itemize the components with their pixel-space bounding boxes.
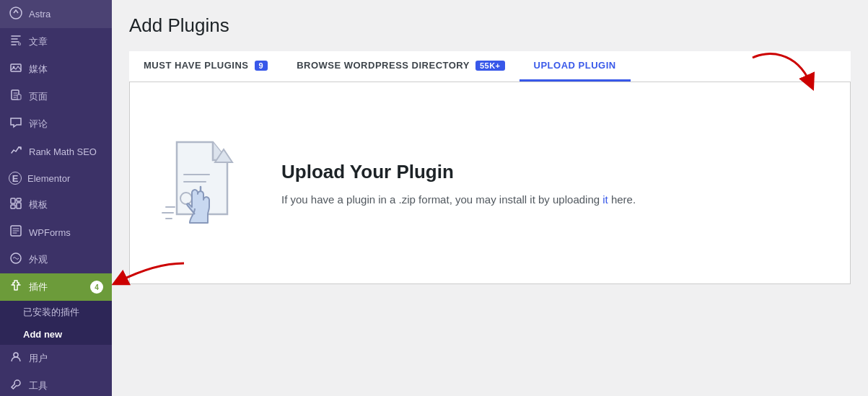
upload-text-area: Upload Your Plugin If you have a plugin …: [281, 161, 636, 206]
main-content: Add Plugins MUST HAVE PLUGINS 9 BROWSE W…: [112, 0, 868, 299]
sidebar-item-label: 媒体: [29, 63, 103, 76]
tab-must-have-badge: 9: [255, 61, 268, 71]
templates-icon: [9, 198, 23, 212]
sidebar-item-articles[interactable]: 文章: [0, 28, 112, 56]
upload-icon-area: [159, 135, 245, 232]
sidebar-item-templates[interactable]: 模板: [0, 191, 112, 219]
sidebar-item-label: 评论: [29, 118, 103, 131]
sidebar-item-label: 文章: [29, 35, 103, 48]
sidebar-item-label: WPForms: [29, 227, 103, 238]
sidebar-item-label: 用户: [29, 352, 103, 365]
upload-title: Upload Your Plugin: [281, 161, 636, 183]
sidebar-item-label: Rank Math SEO: [29, 146, 103, 157]
svg-rect-9: [17, 203, 21, 208]
tab-browse-badge: 55K+: [475, 61, 505, 71]
svg-rect-8: [11, 205, 15, 208]
comments-icon: [9, 117, 23, 131]
svg-rect-7: [17, 198, 21, 201]
tabs-bar: MUST HAVE PLUGINS 9 BROWSE WORDPRESS DIR…: [129, 51, 851, 82]
sidebar-item-appearance[interactable]: 外观: [0, 246, 112, 273]
tab-browse-label: BROWSE WORDPRESS DIRECTORY: [297, 60, 470, 71]
sidebar-item-wpforms[interactable]: WPForms: [0, 219, 112, 246]
sidebar-item-astra[interactable]: Astra: [0, 0, 112, 28]
astra-icon: [9, 6, 23, 22]
sidebar-item-label: 工具: [29, 379, 103, 392]
sidebar-item-comments[interactable]: 评论: [0, 110, 112, 138]
rankmath-icon: [9, 144, 23, 159]
plugins-badge: 4: [90, 281, 103, 294]
upload-desc-after: here.: [611, 193, 636, 206]
pages-icon: [9, 89, 23, 104]
sidebar-item-label: 插件: [29, 281, 84, 294]
tab-must-have-label: MUST HAVE PLUGINS: [144, 60, 249, 71]
upload-desc-link[interactable]: it: [602, 193, 608, 206]
sidebar-item-users[interactable]: 用户: [0, 345, 112, 372]
upload-plugin-illustration: [159, 135, 245, 229]
svg-rect-6: [11, 198, 15, 203]
sidebar-item-tools[interactable]: 工具: [0, 372, 112, 396]
tab-must-have[interactable]: MUST HAVE PLUGINS 9: [129, 51, 282, 82]
main-wrapper: Add Plugins MUST HAVE PLUGINS 9 BROWSE W…: [112, 0, 868, 396]
sidebar-item-pages[interactable]: 页面: [0, 83, 112, 110]
upload-desc-before: If you have a plugin in a .zip format, y…: [281, 193, 600, 206]
users-icon: [9, 351, 23, 366]
addnew-label: Add new: [23, 329, 103, 340]
sidebar-item-label: Elementor: [27, 173, 103, 184]
sidebar-item-media[interactable]: 媒体: [0, 56, 112, 83]
sidebar-item-elementor[interactable]: E Elementor: [0, 165, 112, 191]
svg-point-11: [14, 353, 18, 357]
sidebar-item-plugins[interactable]: 插件 4: [0, 273, 112, 301]
tab-upload-label: UPLOAD PLUGIN: [534, 60, 616, 71]
page-title: Add Plugins: [129, 14, 851, 37]
upload-description: If you have a plugin in a .zip format, y…: [281, 193, 636, 206]
installed-label: 已安装的插件: [23, 306, 103, 319]
tab-browse[interactable]: BROWSE WORDPRESS DIRECTORY 55K+: [282, 51, 519, 82]
plugins-icon: [9, 280, 23, 294]
installed-plugins-link[interactable]: 已安装的插件: [0, 301, 112, 324]
tab-upload[interactable]: UPLOAD PLUGIN: [520, 51, 631, 82]
sidebar-item-label: 模板: [29, 198, 103, 211]
sidebar-item-label: 外观: [29, 253, 103, 266]
elementor-icon: E: [9, 172, 22, 185]
sidebar-item-rankmath[interactable]: Rank Math SEO: [0, 138, 112, 165]
sidebar-item-label: 页面: [29, 90, 103, 103]
articles-icon: [9, 35, 23, 49]
tools-icon: [9, 379, 23, 393]
plugins-submenu: 已安装的插件 Add new: [0, 301, 112, 345]
sidebar-item-label: Astra: [29, 9, 103, 19]
svg-point-0: [10, 7, 22, 19]
media-icon: [9, 62, 23, 76]
sidebar: Astra 文章 媒体: [0, 0, 112, 396]
upload-content-area: Upload Your Plugin If you have a plugin …: [129, 82, 851, 284]
appearance-icon: [9, 252, 23, 267]
add-new-link[interactable]: Add new: [0, 324, 112, 345]
svg-rect-5: [17, 94, 21, 100]
wpforms-icon: [9, 225, 23, 239]
